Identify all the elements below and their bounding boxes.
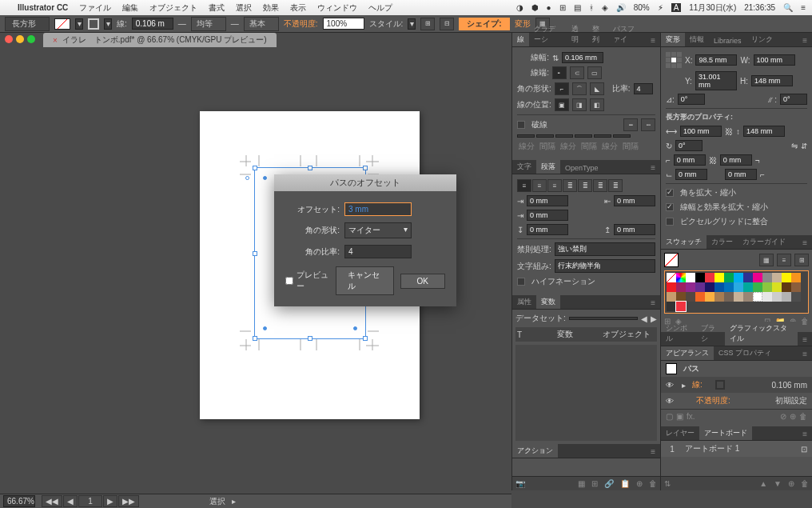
- align-center[interactable]: ≡: [532, 179, 547, 192]
- next-icon[interactable]: ▶: [651, 314, 657, 323]
- app-name[interactable]: Illustrator CC: [18, 3, 68, 12]
- angle-input[interactable]: 0°: [678, 94, 705, 105]
- dash-input[interactable]: [536, 134, 554, 138]
- rect-h[interactable]: 148 mm: [743, 126, 785, 137]
- cap-square[interactable]: ▭: [587, 66, 602, 79]
- cancel-button[interactable]: キャンセル: [336, 266, 394, 295]
- stroke-swatch[interactable]: [88, 18, 99, 30]
- bluetooth-icon[interactable]: ᚼ: [589, 3, 594, 12]
- y-input[interactable]: 31.001 mm: [695, 71, 737, 90]
- dash-align[interactable]: ┉: [641, 118, 655, 131]
- tab-css[interactable]: CSS プロパティ: [714, 346, 776, 360]
- align-icon[interactable]: ⊟: [440, 18, 454, 30]
- cap-round[interactable]: ⊂: [570, 66, 584, 79]
- rect-w[interactable]: 100 mm: [680, 126, 722, 137]
- stroke-uniform[interactable]: 均等: [191, 17, 226, 31]
- link-icon[interactable]: ⛓: [709, 156, 717, 165]
- current-fill[interactable]: [664, 253, 679, 267]
- align-center[interactable]: ▣: [555, 98, 569, 111]
- up-icon[interactable]: ▲: [759, 479, 767, 488]
- dash-align[interactable]: ┅: [623, 118, 638, 131]
- indent-input[interactable]: 0 mm: [614, 195, 655, 206]
- dashed-checkbox[interactable]: [517, 121, 525, 129]
- stroke-weight-input[interactable]: 0.106 mm: [562, 52, 603, 63]
- panel-menu-icon[interactable]: ≡: [798, 348, 812, 360]
- stroke-profile-icon[interactable]: —: [178, 19, 186, 28]
- tab-character[interactable]: 文字: [512, 160, 536, 174]
- volume-icon[interactable]: 🔊: [616, 3, 626, 12]
- dataset-select[interactable]: [569, 317, 638, 320]
- tab-appearance[interactable]: アピアランス: [661, 346, 714, 360]
- tab-layers[interactable]: レイヤー: [661, 426, 699, 440]
- menu-object[interactable]: オブジェクト: [149, 2, 197, 14]
- w-input[interactable]: 100 mm: [754, 54, 795, 66]
- artboard-nav[interactable]: ◀◀◀1▶▶▶: [42, 495, 139, 507]
- fill-swatch[interactable]: [54, 18, 70, 30]
- join-miter[interactable]: ⌐: [555, 82, 569, 95]
- corner-select[interactable]: マイター▾: [344, 222, 412, 238]
- icon[interactable]: ⊞: [591, 479, 598, 488]
- shape-button[interactable]: シェイプ:: [459, 18, 509, 30]
- panel-menu-icon[interactable]: ≡: [646, 162, 660, 174]
- stroke-dropdown[interactable]: ▾: [104, 18, 112, 30]
- reference-point[interactable]: [666, 52, 682, 68]
- icon[interactable]: 🔗: [604, 479, 614, 488]
- cap-butt[interactable]: ╸: [552, 66, 567, 79]
- artboard-item[interactable]: アートボード 1: [685, 443, 739, 454]
- menu-view[interactable]: 表示: [290, 2, 306, 14]
- preview-checkbox[interactable]: プレビュー: [285, 270, 329, 292]
- align-inside[interactable]: ◨: [572, 98, 587, 111]
- indent-input[interactable]: 0 mm: [527, 195, 568, 206]
- flip-h-icon[interactable]: ⇋: [791, 142, 798, 150]
- tab-artboards[interactable]: アートボード: [699, 426, 752, 440]
- stroke-weight[interactable]: 0.106 m: [132, 18, 173, 30]
- menu-effect[interactable]: 効果: [263, 2, 279, 14]
- panel-menu-icon[interactable]: ≡: [798, 334, 812, 346]
- trash-icon[interactable]: 🗑: [801, 479, 809, 488]
- align-icon[interactable]: ⊞: [420, 18, 435, 30]
- link-icon[interactable]: ⛓: [725, 127, 733, 136]
- tab-actions[interactable]: アクション: [512, 444, 558, 458]
- clear-icon[interactable]: ⊘: [780, 412, 786, 421]
- fx-icon[interactable]: fx.: [687, 412, 695, 421]
- window-maximize[interactable]: [27, 35, 35, 43]
- panel-menu-icon[interactable]: ≡: [646, 34, 660, 46]
- pixel-grid-checkbox[interactable]: [666, 218, 674, 226]
- menubar-date[interactable]: 11月30日(水): [689, 2, 736, 14]
- battery-icon[interactable]: ⚡︎: [658, 3, 663, 12]
- window-minimize[interactable]: [16, 35, 24, 43]
- tab-variables[interactable]: 変数: [536, 295, 560, 309]
- justify-right[interactable]: ≣: [593, 179, 607, 192]
- visibility-icon[interactable]: 👁: [666, 397, 675, 406]
- style-dropdown[interactable]: ▾: [408, 18, 416, 30]
- brush-icon[interactable]: —: [231, 19, 239, 28]
- tab-close-icon[interactable]: ×: [53, 36, 58, 45]
- tab-colorguide[interactable]: カラーガイド: [738, 235, 790, 249]
- dash-input[interactable]: [575, 134, 592, 138]
- panel-menu-icon[interactable]: ≡: [798, 34, 812, 46]
- panel-menu-icon[interactable]: ≡: [798, 428, 812, 440]
- tab-opentype[interactable]: OpenType: [560, 162, 603, 174]
- status-icon[interactable]: ◑: [516, 3, 523, 12]
- window-close[interactable]: [5, 35, 13, 43]
- ratio-input[interactable]: 4: [344, 245, 412, 258]
- menu-icon[interactable]: ≡: [801, 3, 806, 12]
- icon[interactable]: ⇅: [664, 479, 671, 488]
- wifi-icon[interactable]: ◈: [602, 3, 608, 12]
- dash-input[interactable]: [555, 134, 573, 138]
- menu-format[interactable]: 書式: [209, 2, 225, 14]
- trash-icon[interactable]: 🗑: [649, 479, 657, 488]
- swatch-grid[interactable]: [664, 270, 809, 314]
- kumi-select[interactable]: 行末約物半角: [555, 259, 655, 273]
- kinsoku-select[interactable]: 強い禁則: [555, 242, 655, 256]
- dup-icon[interactable]: ⊕: [790, 412, 796, 421]
- corner-input[interactable]: 0 mm: [675, 169, 707, 180]
- tab-color[interactable]: カラー: [707, 235, 738, 249]
- tab-paragraph[interactable]: 段落: [536, 160, 560, 174]
- tab-graphic-styles[interactable]: グラフィックスタイル: [725, 322, 798, 346]
- status-icon[interactable]: ⬢: [531, 3, 539, 12]
- menu-select[interactable]: 選択: [236, 2, 252, 14]
- dash-input[interactable]: [594, 134, 611, 138]
- artboard-options-icon[interactable]: ⊡: [801, 445, 807, 454]
- menu-help[interactable]: ヘルプ: [368, 2, 392, 14]
